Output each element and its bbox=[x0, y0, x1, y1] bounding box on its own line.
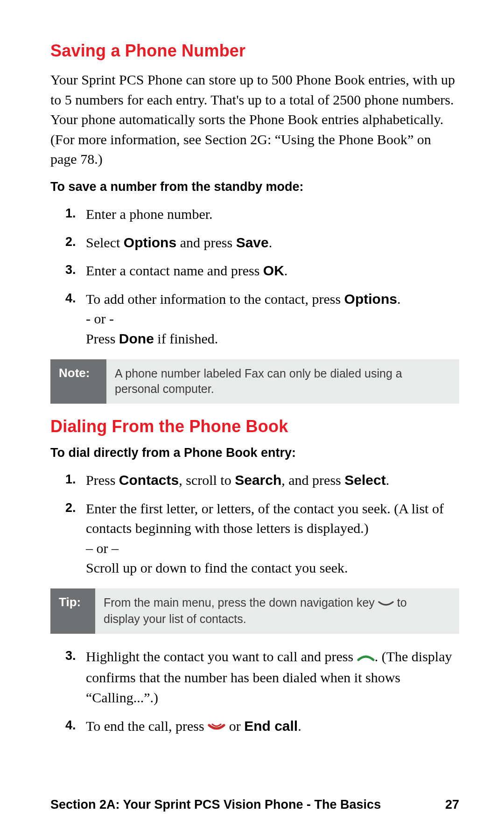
bold-end-call: End call bbox=[244, 718, 298, 734]
footer-page-number: 27 bbox=[445, 798, 459, 812]
note-label: Note: bbox=[50, 359, 106, 404]
step-number: 3. bbox=[65, 261, 76, 279]
bold-select: Select bbox=[344, 472, 385, 488]
step-text: . bbox=[298, 718, 301, 734]
step-text: To add other information to the contact,… bbox=[86, 291, 344, 307]
bold-done: Done bbox=[119, 331, 154, 346]
step-text: Enter a phone number. bbox=[86, 206, 213, 222]
note-callout: Note: A phone number labeled Fax can onl… bbox=[50, 359, 459, 404]
step-or: – or – bbox=[86, 539, 459, 559]
step-number: 2. bbox=[65, 233, 76, 251]
step-text: . bbox=[284, 263, 288, 278]
call-green-icon bbox=[357, 648, 375, 668]
step-text: and press bbox=[176, 235, 236, 250]
step-or: - or - bbox=[86, 309, 459, 329]
bold-ok: OK bbox=[263, 263, 284, 278]
step-text: Select bbox=[86, 235, 124, 250]
step-text: Enter a contact name and press bbox=[86, 263, 263, 278]
step-text: or bbox=[229, 718, 245, 734]
bold-options: Options bbox=[124, 235, 176, 250]
step-text: Press bbox=[86, 472, 119, 488]
tip-label: Tip: bbox=[50, 588, 95, 634]
steps-dial-a: 1. Press Contacts, scroll to Search, and… bbox=[50, 470, 459, 578]
intro-paragraph: Your Sprint PCS Phone can store up to 50… bbox=[50, 70, 459, 169]
step-text: To end the call, press bbox=[86, 718, 208, 734]
bold-contacts: Contacts bbox=[119, 472, 179, 488]
step-3: 3. Highlight the contact you want to cal… bbox=[69, 647, 459, 708]
tip-callout: Tip: From the main menu, press the down … bbox=[50, 588, 459, 634]
nav-down-icon bbox=[378, 596, 394, 612]
step-number: 1. bbox=[65, 470, 76, 488]
step-text: Highlight the contact you want to call a… bbox=[86, 649, 357, 664]
page-footer: Section 2A: Your Sprint PCS Vision Phone… bbox=[50, 798, 459, 812]
step-number: 4. bbox=[65, 716, 76, 734]
step-3: 3. Enter a contact name and press OK. bbox=[69, 261, 459, 281]
step-2: 2. Select Options and press Save. bbox=[69, 233, 459, 253]
step-4: 4. To end the call, press or End call. bbox=[69, 716, 459, 737]
step-1: 1. Enter a phone number. bbox=[69, 204, 459, 224]
step-text: Enter the first letter, or letters, of t… bbox=[86, 501, 444, 536]
step-4: 4. To add other information to the conta… bbox=[69, 289, 459, 349]
sub-instruction-save: To save a number from the standby mode: bbox=[50, 180, 459, 194]
heading-dialing-phone-book: Dialing From the Phone Book bbox=[50, 417, 459, 436]
step-text: Press Done if finished. bbox=[86, 329, 459, 349]
step-text: . bbox=[386, 472, 390, 488]
step-text: . bbox=[269, 235, 273, 250]
sub-instruction-dial: To dial directly from a Phone Book entry… bbox=[50, 446, 459, 460]
heading-saving-phone-number: Saving a Phone Number bbox=[50, 41, 459, 61]
step-number: 1. bbox=[65, 204, 76, 222]
step-text: Scroll up or down to find the contact yo… bbox=[86, 558, 459, 578]
step-1: 1. Press Contacts, scroll to Search, and… bbox=[69, 470, 459, 490]
bold-search: Search bbox=[235, 472, 281, 488]
call-red-icon bbox=[208, 717, 225, 737]
bold-save: Save bbox=[236, 235, 269, 250]
tip-text: From the main menu, press the down navig… bbox=[95, 588, 459, 634]
steps-dial-b: 3. Highlight the contact you want to cal… bbox=[50, 647, 459, 737]
step-text: , and press bbox=[281, 472, 344, 488]
tip-before: From the main menu, press the down navig… bbox=[104, 596, 378, 609]
step-2: 2. Enter the first letter, or letters, o… bbox=[69, 499, 459, 578]
step-text: , scroll to bbox=[179, 472, 235, 488]
step-number: 3. bbox=[65, 647, 76, 665]
step-number: 2. bbox=[65, 499, 76, 517]
step-number: 4. bbox=[65, 289, 76, 307]
bold-options: Options bbox=[344, 291, 397, 307]
note-text: A phone number labeled Fax can only be d… bbox=[106, 359, 459, 404]
steps-save: 1. Enter a phone number. 2. Select Optio… bbox=[50, 204, 459, 349]
step-text: . bbox=[397, 291, 401, 307]
footer-section: Section 2A: Your Sprint PCS Vision Phone… bbox=[50, 798, 381, 812]
